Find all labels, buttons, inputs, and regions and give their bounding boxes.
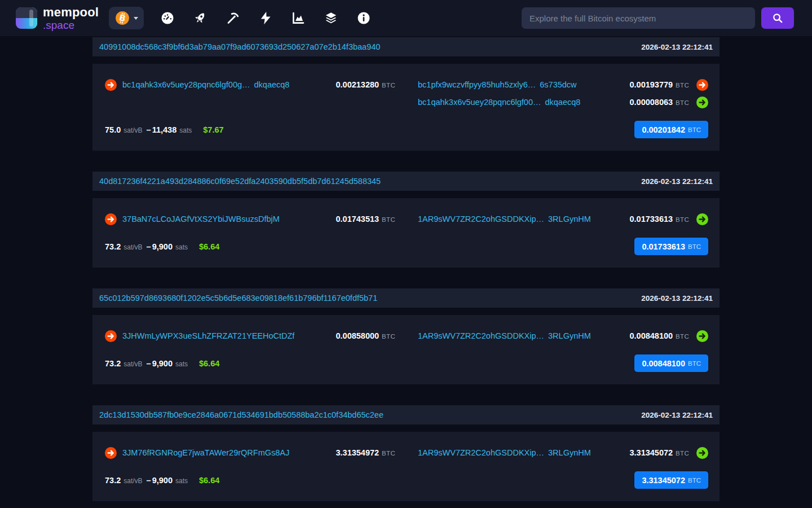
brand-link[interactable]: mempool .space (16, 6, 99, 30)
transaction-3: 65c012b597d8693680f1202e5c5b6d5e683e0981… (92, 288, 720, 384)
search-input[interactable] (522, 7, 755, 29)
fee-rate: 73.2 (105, 476, 121, 485)
input-address-link[interactable]: 3JM76fRGNRogE7jwaTAWer29rQRFmGs8AJ (122, 448, 289, 457)
fee-rate: 75.0 (105, 125, 121, 134)
total-output-button[interactable]: 3.31345072 BTC (634, 471, 708, 489)
outputs-column: 1AR9sWV7ZR2C2ohGSDDKXip…3RLGynHM 0.00848… (418, 330, 708, 342)
output-amount: 0.00193779 (629, 80, 673, 89)
transaction-footer: 73.2 sat/vB – 9,900 sats $6.64 0.0173361… (105, 238, 708, 255)
total-output-button[interactable]: 0.00201842 BTC (634, 121, 708, 138)
outputs-column: 1AR9sWV7ZR2C2ohGSDDKXip…3RLGynHM 0.01733… (418, 213, 708, 225)
fee-sats: 11,438 (152, 125, 177, 134)
fee-info: 75.0 sat/vB – 11,438 sats $7.67 (105, 125, 224, 134)
input-address-link[interactable]: bc1qahk3x6v5uey28pqnc6lgf00g… (122, 80, 250, 89)
input-row: 3JM76fRGNRogE7jwaTAWer29rQRFmGs8AJ 3.313… (105, 446, 395, 459)
input-arrow-icon (105, 330, 117, 342)
output-amount: 0.00008063 (629, 98, 673, 107)
network-selector-dropdown[interactable]: B (109, 7, 144, 29)
output-address-suffix[interactable]: 3RLGynHM (548, 448, 591, 457)
btc-unit: BTC (688, 477, 701, 484)
fee-fiat: $6.64 (199, 476, 219, 485)
output-address-suffix[interactable]: 6s735dcw (540, 80, 576, 89)
search-icon (772, 12, 783, 24)
input-address-suffix[interactable]: dkqaecq8 (254, 80, 290, 89)
fee-info: 73.2 sat/vB – 9,900 sats $6.64 (105, 242, 219, 251)
output-amount: 3.31345072 (629, 448, 673, 457)
timestamp: 2026-02-13 22:12:41 (641, 43, 713, 51)
btc-unit: BTC (382, 82, 395, 89)
transaction-footer: 73.2 sat/vB – 9,900 sats $6.64 3.3134507… (105, 471, 708, 489)
btc-unit: BTC (676, 216, 689, 223)
mempool-logo-icon (16, 7, 37, 29)
nav-acceleration[interactable] (193, 11, 207, 25)
inputs-column: 3JHWmLyWPX3ueSLhZFRZAT21YEEHoCtDZf 0.008… (105, 330, 395, 342)
search-button[interactable] (761, 7, 794, 29)
btc-unit: BTC (676, 99, 689, 106)
output-address-link[interactable]: 1AR9sWV7ZR2C2ohGSDDKXip… (418, 448, 544, 457)
output-address-link[interactable]: 1AR9sWV7ZR2C2ohGSDDKXip… (418, 331, 544, 340)
transaction-card: 3JHWmLyWPX3ueSLhZFRZAT21YEEHoCtDZf 0.008… (92, 315, 720, 384)
output-address-link[interactable]: bc1qahk3x6v5uey28pqnc6lgf00… (418, 98, 541, 107)
input-address-link[interactable]: 37BaN7cLCoJAGfVtXS2YbiJWBsuzsDfbjM (122, 214, 280, 224)
output-address-link[interactable]: bc1pfx9wczvffpyy85huh5zxly6… (418, 80, 536, 89)
brand-tld: .space (43, 20, 99, 30)
transaction-1: 40991008dc568c3f9bf6d3ab79aa07f9ad607369… (92, 37, 720, 151)
fee-fiat: $6.64 (199, 242, 219, 251)
output-row: 1AR9sWV7ZR2C2ohGSDDKXip…3RLGynHM 3.31345… (418, 446, 708, 459)
fee-info: 73.2 sat/vB – 9,900 sats $6.64 (105, 476, 219, 485)
lightning-icon (259, 11, 272, 25)
inputs-column: bc1qahk3x6v5uey28pqnc6lgf00g…dkqaecq8 0.… (105, 78, 395, 108)
outputs-column: 1AR9sWV7ZR2C2ohGSDDKXip…3RLGynHM 3.31345… (418, 446, 708, 459)
nav-mining[interactable] (226, 11, 240, 25)
chevron-down-icon (134, 17, 138, 20)
fee-sats: 9,900 (152, 242, 173, 251)
transaction-footer: 75.0 sat/vB – 11,438 sats $7.67 0.002018… (105, 121, 708, 138)
dash: – (147, 476, 151, 485)
output-row: bc1pfx9wczvffpyy85huh5zxly6…6s735dcw 0.0… (418, 78, 708, 91)
nav-layers[interactable] (324, 11, 338, 25)
btc-unit: BTC (688, 243, 701, 250)
input-amount: 0.01743513 (336, 214, 379, 224)
nav-charts[interactable] (292, 11, 305, 25)
dashboard-icon (161, 11, 174, 25)
fee-sats-unit: sats (179, 126, 192, 134)
total-output-button[interactable]: 0.00848100 BTC (634, 354, 708, 372)
navbar: mempool .space B (0, 0, 812, 36)
timestamp: 2026-02-13 22:12:41 (641, 294, 713, 303)
nav-dashboard[interactable] (161, 11, 174, 25)
inputs-column: 37BaN7cLCoJAGfVtXS2YbiJWBsuzsDfbjM 0.017… (105, 213, 395, 225)
timestamp: 2026-02-13 22:12:41 (641, 411, 713, 419)
search-area (522, 7, 794, 29)
total-output-button[interactable]: 0.01733613 BTC (634, 238, 708, 255)
fee-rate-unit: sat/vB (123, 477, 142, 485)
nav-about[interactable] (357, 11, 370, 25)
total-amount: 0.00848100 (642, 359, 685, 368)
txid-link[interactable]: 40991008dc568c3f9bf6d3ab79aa07f9ad607369… (99, 42, 380, 51)
output-row: bc1qahk3x6v5uey28pqnc6lgf00…dkqaecq8 0.0… (418, 96, 708, 108)
input-address-link[interactable]: 3JHWmLyWPX3ueSLhZFRZAT21YEEHoCtDZf (122, 331, 294, 340)
output-address-suffix[interactable]: 3RLGynHM (548, 214, 591, 224)
output-spent-icon[interactable] (696, 79, 708, 91)
fee-rate-unit: sat/vB (123, 243, 142, 251)
transaction-card: bc1qahk3x6v5uey28pqnc6lgf00g…dkqaecq8 0.… (92, 64, 720, 151)
input-arrow-icon (105, 213, 117, 225)
output-address-suffix[interactable]: dkqaecq8 (545, 98, 580, 107)
input-amount: 0.00858000 (336, 331, 379, 340)
txid-link[interactable]: 2dc13d1530db587fb0e9ce2846a0671d534691bd… (99, 410, 383, 419)
output-address-link[interactable]: 1AR9sWV7ZR2C2ohGSDDKXip… (418, 214, 544, 224)
chart-area-icon (292, 11, 305, 25)
output-amount: 0.01733613 (629, 214, 673, 224)
input-row: 3JHWmLyWPX3ueSLhZFRZAT21YEEHoCtDZf 0.008… (105, 330, 395, 342)
txid-link[interactable]: 40d817236f4221a493d284886c0f69e52dfa2403… (99, 177, 381, 186)
fee-rate-unit: sat/vB (123, 126, 142, 134)
txid-link[interactable]: 65c012b597d8693680f1202e5c5b6d5e683e0981… (99, 294, 377, 303)
transaction-header: 40d817236f4221a493d284886c0f69e52dfa2403… (92, 172, 720, 191)
main-navigation (161, 11, 370, 25)
nav-lightning[interactable] (259, 11, 272, 25)
transaction-header: 40991008dc568c3f9bf6d3ab79aa07f9ad607369… (92, 37, 720, 56)
rocket-icon (193, 11, 207, 25)
output-unspent-icon (696, 330, 708, 342)
btc-unit: BTC (676, 333, 689, 340)
output-unspent-icon (696, 213, 708, 225)
output-address-suffix[interactable]: 3RLGynHM (548, 331, 591, 340)
